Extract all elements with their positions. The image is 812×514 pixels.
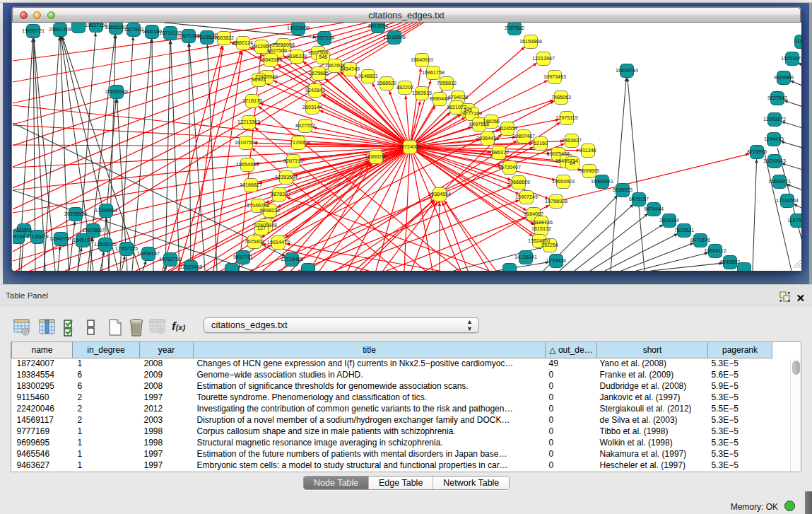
- svg-text:17359934: 17359934: [95, 207, 117, 214]
- svg-text:19384554: 19384554: [428, 191, 451, 197]
- svg-text:8215955: 8215955: [747, 148, 767, 155]
- svg-text:12213967: 12213967: [532, 55, 555, 62]
- svg-text:11156829: 11156829: [27, 233, 49, 240]
- svg-text:127: 127: [257, 225, 266, 231]
- svg-text:18640910: 18640910: [411, 57, 433, 63]
- svg-text:19654923: 19654923: [552, 178, 575, 185]
- svg-text:8186328: 8186328: [287, 53, 307, 59]
- svg-text:16543382: 16543382: [259, 57, 282, 63]
- svg-text:1362615: 1362615: [412, 90, 432, 96]
- svg-text:15907249: 15907249: [515, 194, 538, 200]
- svg-text:887833: 887833: [271, 191, 288, 197]
- svg-text:746266: 746266: [483, 118, 500, 124]
- svg-text:10120746: 10120746: [530, 219, 553, 226]
- svg-text:15716485: 15716485: [281, 256, 303, 262]
- svg-text:1527602: 1527602: [124, 26, 143, 33]
- svg-text:9245652: 9245652: [720, 259, 740, 265]
- svg-text:1733426: 1733426: [546, 257, 566, 264]
- svg-text:9699695: 9699695: [579, 168, 599, 174]
- svg-text:20364436: 20364436: [476, 135, 499, 141]
- svg-text:546: 546: [319, 54, 327, 60]
- svg-text:9329966: 9329966: [774, 74, 794, 81]
- svg-text:12942757: 12942757: [49, 235, 72, 242]
- svg-text:20206536: 20206536: [64, 211, 87, 217]
- svg-text:10973493: 10973493: [543, 74, 566, 80]
- svg-text:7625402: 7625402: [245, 238, 264, 245]
- svg-text:9777169: 9777169: [462, 110, 482, 117]
- svg-text:12975115: 12975115: [555, 115, 577, 121]
- svg-text:183501: 183501: [16, 227, 33, 233]
- svg-text:16961758: 16961758: [422, 69, 445, 76]
- svg-text:19756928: 19756928: [545, 198, 567, 204]
- svg-text:9184067: 9184067: [524, 211, 543, 217]
- svg-text:12505135: 12505135: [94, 241, 117, 247]
- svg-text:9657791: 9657791: [233, 254, 253, 260]
- svg-text:8267190: 8267190: [283, 158, 303, 164]
- svg-text:18724007: 18724007: [399, 144, 421, 150]
- svg-text:12213363: 12213363: [237, 119, 260, 125]
- svg-text:10025438: 10025438: [547, 151, 570, 157]
- svg-text:15751074: 15751074: [781, 55, 801, 62]
- svg-text:7955812: 7955812: [437, 80, 457, 86]
- svg-text:12093872: 12093872: [763, 116, 786, 122]
- svg-text:15692971: 15692971: [768, 178, 791, 185]
- svg-text:62160: 62160: [534, 140, 548, 146]
- svg-text:10654112: 10654112: [704, 247, 726, 254]
- svg-text:7663822: 7663822: [214, 35, 234, 41]
- svg-text:20691406: 20691406: [49, 26, 71, 33]
- svg-text:7485063: 7485063: [551, 94, 571, 100]
- svg-text:9327500: 9327500: [267, 47, 287, 54]
- svg-text:6479197: 6479197: [629, 196, 649, 202]
- svg-text:252254: 252254: [541, 242, 558, 248]
- svg-text:16154808: 16154808: [519, 38, 542, 45]
- svg-text:2803144: 2803144: [302, 104, 322, 110]
- svg-text:2718170: 2718170: [242, 98, 262, 104]
- svg-text:9463627: 9463627: [562, 137, 582, 144]
- svg-text:1615132: 1615132: [531, 226, 551, 232]
- svg-text:911346: 911346: [579, 147, 596, 153]
- svg-text:7986372: 7986372: [489, 149, 509, 156]
- svg-text:19975867: 19975867: [82, 227, 105, 233]
- svg-text:20053346: 20053346: [105, 88, 128, 95]
- svg-text:9474444: 9474444: [644, 206, 664, 212]
- svg-text:8990448: 8990448: [430, 95, 449, 102]
- svg-text:7632621: 7632621: [674, 227, 694, 233]
- svg-text:2087682: 2087682: [505, 25, 524, 31]
- svg-text:18300295: 18300295: [365, 153, 387, 160]
- svg-text:8860124: 8860124: [233, 40, 253, 46]
- svg-text:14136141: 14136141: [514, 254, 537, 260]
- svg-text:9242843: 9242843: [305, 87, 325, 93]
- svg-text:12353594: 12353594: [275, 174, 298, 180]
- svg-text:19654985: 19654985: [236, 161, 259, 168]
- svg-text:9146821: 9146821: [358, 73, 378, 79]
- svg-text:3624554: 3624554: [498, 125, 517, 132]
- svg-text:16409341: 16409341: [591, 178, 613, 185]
- svg-text:8813054: 8813054: [368, 23, 388, 29]
- svg-text:19218506: 19218506: [383, 34, 406, 40]
- svg-text:1645194: 1645194: [73, 237, 93, 243]
- svg-text:6498222: 6498222: [260, 207, 280, 214]
- svg-text:10688609: 10688609: [507, 179, 530, 185]
- svg-text:10807487: 10807487: [512, 133, 535, 139]
- svg-text:16648784: 16648784: [616, 67, 638, 74]
- svg-text:16914479: 16914479: [267, 239, 290, 245]
- svg-text:882203: 882203: [396, 84, 413, 90]
- svg-text:98901: 98901: [252, 76, 266, 83]
- svg-text:39154: 39154: [13, 233, 25, 240]
- svg-text:9227342: 9227342: [767, 95, 787, 101]
- svg-text:1167533: 1167533: [787, 217, 801, 223]
- svg-text:16210643: 16210643: [763, 158, 786, 164]
- svg-text:19055721: 19055721: [22, 28, 45, 34]
- svg-text:12923448: 12923448: [180, 264, 202, 270]
- svg-text:64: 64: [570, 160, 575, 166]
- svg-text:11171: 11171: [795, 38, 801, 45]
- svg-text:3675685: 3675685: [309, 70, 329, 76]
- svg-text:6794028: 6794028: [448, 94, 468, 100]
- svg-text:8454749: 8454749: [340, 66, 360, 72]
- svg-text:17016504: 17016504: [776, 197, 799, 204]
- svg-text:10958187: 10958187: [137, 250, 160, 257]
- svg-text:15720407: 15720407: [498, 164, 521, 170]
- svg-text:7357224: 7357224: [314, 35, 334, 41]
- svg-text:5938923: 5938923: [613, 187, 632, 193]
- svg-text:17957225: 17957225: [115, 245, 138, 252]
